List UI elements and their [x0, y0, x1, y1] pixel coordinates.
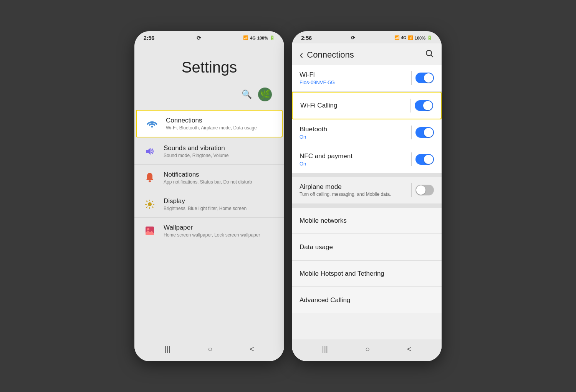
- display-title: Display: [164, 197, 276, 205]
- settings-search-icon[interactable]: 🔍: [242, 89, 252, 99]
- right-battery: 100%: [415, 36, 425, 40]
- back-button[interactable]: ‹: [300, 49, 303, 61]
- wallpaper-title: Wallpaper: [164, 224, 276, 232]
- sounds-text: Sounds and vibration Sound mode, Rington…: [164, 144, 276, 158]
- menu-item-sounds[interactable]: Sounds and vibration Sound mode, Rington…: [134, 138, 284, 165]
- svg-point-3: [148, 202, 152, 206]
- display-subtitle: Brightness, Blue light filter, Home scre…: [164, 206, 276, 211]
- airplane-item-text: Airplane mode Turn off calling, messagin…: [300, 183, 411, 198]
- right-home-nav-icon[interactable]: ○: [365, 345, 370, 354]
- menu-item-notifications[interactable]: Notifications App notifications, Status …: [134, 165, 284, 191]
- svg-point-14: [426, 50, 432, 56]
- right-status-icons: 📶 4G 📶 100% 🔋: [394, 35, 432, 40]
- wifi-item-text: Wi-Fi Fios-09NVE-5G: [300, 71, 411, 85]
- right-back-nav-icon[interactable]: <: [407, 345, 412, 354]
- menu-item-wallpaper[interactable]: Wallpaper Home screen wallpaper, Lock sc…: [134, 218, 284, 244]
- connections-list: Wi-Fi Fios-09NVE-5G Wi-Fi Calling: [292, 65, 442, 339]
- left-home-nav-icon[interactable]: ○: [208, 345, 212, 354]
- bluetooth-toggle-area: [411, 126, 434, 139]
- right-menu-nav-icon[interactable]: |||: [322, 345, 328, 354]
- wifi-item[interactable]: Wi-Fi Fios-09NVE-5G: [292, 65, 442, 92]
- nfc-item[interactable]: NFC and payment On: [292, 146, 442, 173]
- section-sep-2: [292, 204, 442, 208]
- nfc-subtitle: On: [300, 161, 411, 167]
- wifi-calling-toggle-area: [410, 99, 433, 112]
- airplane-toggle-area: [411, 183, 434, 197]
- sounds-title: Sounds and vibration: [164, 144, 276, 152]
- settings-search-row: 🔍 🌿: [144, 88, 275, 101]
- right-battery-icon: 🔋: [427, 35, 432, 40]
- wifi-toggle[interactable]: [415, 73, 434, 83]
- airplane-title: Airplane mode: [300, 183, 411, 191]
- data-usage-item[interactable]: Data usage: [292, 234, 442, 260]
- connections-screen: ‹ Connections Wi-Fi Fios-09NVE-5G: [292, 43, 442, 361]
- left-status-bar: 2:56 ⟳ 📶 4G 100% 🔋: [134, 31, 284, 43]
- right-wifi-icon: 📶: [394, 35, 400, 40]
- wallpaper-text: Wallpaper Home screen wallpaper, Lock sc…: [164, 224, 276, 238]
- right-bottom-nav: ||| ○ <: [292, 339, 442, 361]
- menu-item-connections[interactable]: Connections Wi-Fi, Bluetooth, Airplane m…: [136, 110, 283, 137]
- airplane-subtitle: Turn off calling, messaging, and Mobile …: [300, 192, 411, 198]
- connections-subtitle: Wi-Fi, Bluetooth, Airplane mode, Data us…: [166, 125, 274, 131]
- bluetooth-toggle[interactable]: [415, 127, 434, 138]
- airplane-toggle-knob: [416, 185, 425, 195]
- airplane-toggle[interactable]: [415, 185, 434, 195]
- wifi-status-icon: 📶: [243, 35, 248, 40]
- advanced-calling-item[interactable]: Advanced Calling: [292, 287, 442, 313]
- shazam-icon: ⟳: [197, 35, 201, 41]
- notifications-title: Notifications: [164, 171, 276, 179]
- connections-search-button[interactable]: [425, 50, 434, 60]
- svg-point-2: [149, 180, 151, 182]
- wifi-title: Wi-Fi: [300, 71, 411, 79]
- connections-text: Connections Wi-Fi, Bluetooth, Airplane m…: [166, 117, 274, 131]
- right-shazam-icon: ⟳: [351, 35, 355, 41]
- phones-container: 2:56 ⟳ 📶 4G 100% 🔋 Settings 🔍 🌿: [134, 31, 442, 361]
- nfc-toggle-area: [411, 152, 434, 166]
- signal-status-icon: 4G: [250, 36, 256, 40]
- bluetooth-item[interactable]: Bluetooth On: [292, 119, 442, 146]
- bluetooth-title: Bluetooth: [300, 126, 411, 133]
- wifi-divider: [411, 71, 412, 85]
- notifications-icon: [142, 170, 157, 185]
- left-time: 2:56: [144, 35, 154, 41]
- right-time: 2:56: [301, 35, 312, 41]
- wifi-toggle-knob: [424, 73, 433, 83]
- left-back-nav-icon[interactable]: <: [250, 345, 254, 354]
- nfc-title: NFC and payment: [300, 152, 411, 160]
- display-icon: [142, 197, 157, 212]
- wifi-calling-divider: [410, 99, 411, 112]
- wifi-calling-item[interactable]: Wi-Fi Calling: [292, 92, 442, 119]
- hotspot-item[interactable]: Mobile Hotspot and Tethering: [292, 261, 442, 287]
- nfc-toggle[interactable]: [415, 154, 434, 165]
- bluetooth-item-text: Bluetooth On: [300, 126, 411, 140]
- mobile-networks-item[interactable]: Mobile networks: [292, 208, 442, 234]
- left-menu-nav-icon[interactable]: |||: [164, 345, 170, 354]
- right-status-bar: 2:56 ⟳ 📶 4G 📶 100% 🔋: [292, 31, 442, 43]
- left-bottom-nav: ||| ○ <: [134, 339, 284, 361]
- connections-icon: [144, 116, 160, 131]
- svg-point-0: [151, 126, 153, 127]
- svg-point-13: [147, 228, 149, 230]
- wifi-calling-toggle[interactable]: [415, 100, 433, 111]
- mobile-networks-title: Mobile networks: [300, 217, 347, 225]
- user-avatar[interactable]: 🌿: [258, 88, 272, 101]
- right-4g-icon: 4G: [401, 36, 406, 40]
- settings-menu-list: Connections Wi-Fi, Bluetooth, Airplane m…: [134, 109, 284, 339]
- bluetooth-divider: [411, 126, 412, 139]
- data-usage-title: Data usage: [300, 243, 333, 251]
- settings-title-area: Settings 🔍 🌿: [134, 43, 284, 109]
- hotspot-title: Mobile Hotspot and Tethering: [300, 270, 384, 278]
- settings-screen: Settings 🔍 🌿: [134, 43, 284, 361]
- advanced-calling-title: Advanced Calling: [300, 296, 350, 304]
- wifi-calling-title: Wi-Fi Calling: [300, 102, 410, 109]
- connections-header: ‹ Connections: [292, 43, 442, 65]
- airplane-divider: [411, 183, 412, 197]
- menu-item-display[interactable]: Display Brightness, Blue light filter, H…: [134, 191, 284, 218]
- battery-full-icon: 🔋: [270, 35, 275, 40]
- svg-line-8: [146, 201, 147, 202]
- wallpaper-icon: [142, 223, 157, 238]
- airplane-item[interactable]: Airplane mode Turn off calling, messagin…: [292, 177, 442, 204]
- svg-line-9: [152, 207, 153, 208]
- wifi-calling-item-text: Wi-Fi Calling: [300, 102, 410, 109]
- wifi-subtitle: Fios-09NVE-5G: [300, 79, 411, 85]
